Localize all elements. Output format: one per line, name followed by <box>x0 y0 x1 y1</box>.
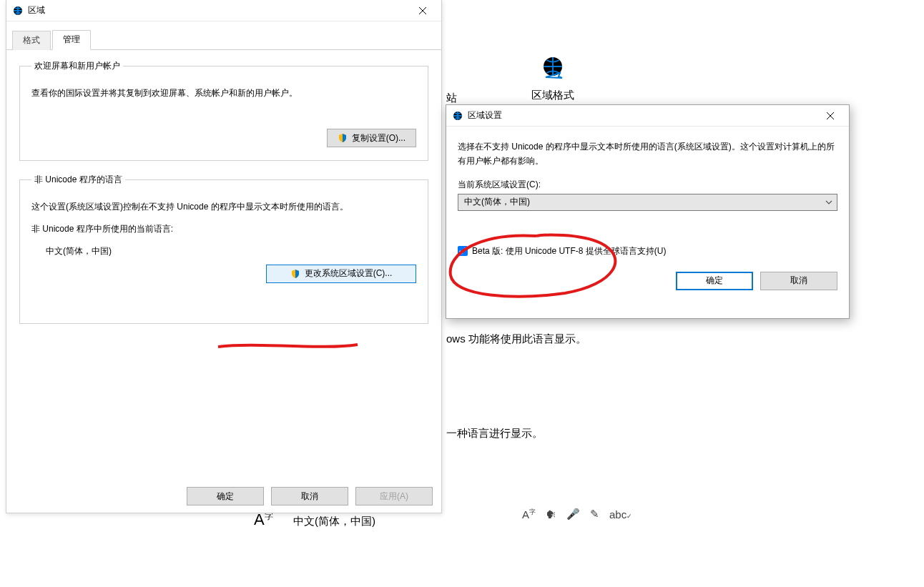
settings-body: 选择在不支持 Unicode 的程序中显示文本时所使用的语言(系统区域设置)。这… <box>446 127 849 299</box>
settings-close-button[interactable] <box>815 106 846 126</box>
locale-combobox-value: 中文(简体，中国) <box>464 196 530 208</box>
shield-icon <box>338 133 348 143</box>
copy-settings-label: 复制设置(O)... <box>352 132 406 144</box>
bg-text-windows-lang: ows 功能将使用此语言显示。 <box>446 332 586 346</box>
region-dialog-titlebar: 区域 <box>6 0 441 21</box>
settings-desc: 选择在不支持 Unicode 的程序中显示文本时所使用的语言(系统区域设置)。这… <box>458 139 837 169</box>
utf8-checkbox-row: Beta 版: 使用 Unicode UTF-8 提供全球语言支持(U) <box>458 245 837 257</box>
chevron-down-icon <box>825 199 832 206</box>
shield-icon <box>290 269 300 279</box>
current-lang-value: 中文(简体，中国) <box>46 245 416 257</box>
non-unicode-group: 非 Unicode 程序的语言 这个设置(系统区域设置)控制在不支持 Unico… <box>19 174 428 324</box>
welcome-group: 欢迎屏幕和新用户帐户 查看你的国际设置并将其复制到欢迎屏幕、系统帐户和新的用户帐… <box>19 60 428 161</box>
tab-admin-body: 欢迎屏幕和新用户帐户 查看你的国际设置并将其复制到欢迎屏幕、系统帐户和新的用户帐… <box>6 50 441 476</box>
tab-admin[interactable]: 管理 <box>52 30 91 50</box>
close-button[interactable] <box>407 1 438 21</box>
bg-text-another-lang: 一种语言进行显示。 <box>446 427 543 440</box>
handwriting-icon: ✎ <box>590 508 599 521</box>
settings-ok-button[interactable]: 确定 <box>676 272 753 290</box>
settings-dialog-titlebar: 区域设置 <box>446 105 849 127</box>
combo-label: 当前系统区域设置(C): <box>458 179 837 191</box>
region-format-shortcut[interactable]: 区域格式 <box>531 54 574 102</box>
dialog-button-row: 确定 取消 应用(A) <box>187 487 433 505</box>
settings-dialog-title: 区域设置 <box>468 109 815 122</box>
bg-label-fragment: 站 <box>446 92 457 105</box>
non-unicode-desc: 这个设置(系统区域设置)控制在不支持 Unicode 的程序中显示文本时所使用的… <box>31 200 416 214</box>
close-icon <box>827 112 834 119</box>
globe-icon <box>539 54 567 82</box>
utf8-checkbox-label: Beta 版: 使用 Unicode UTF-8 提供全球语言支持(U) <box>472 245 666 257</box>
region-format-label: 区域格式 <box>531 89 574 102</box>
non-unicode-legend: 非 Unicode 程序的语言 <box>31 174 125 186</box>
apply-button: 应用(A) <box>355 487 433 505</box>
mic-icon: 🎤 <box>566 508 580 521</box>
welcome-legend: 欢迎屏幕和新用户帐户 <box>31 60 123 72</box>
region-dialog: 区域 格式 管理 欢迎屏幕和新用户帐户 查看你的国际设置并将其复制到欢迎屏幕、系… <box>6 0 442 513</box>
welcome-desc: 查看你的国际设置并将其复制到欢迎屏幕、系统帐户和新的用户帐户。 <box>31 87 416 100</box>
cancel-button[interactable]: 取消 <box>271 487 348 505</box>
bg-lang-display: 中文(简体，中国) <box>293 515 375 528</box>
ok-button[interactable]: 确定 <box>187 487 264 505</box>
text-to-speech-icon: A字 <box>522 508 536 521</box>
locale-combobox[interactable]: 中文(简体，中国) <box>458 194 837 211</box>
globe-icon <box>452 110 463 122</box>
tab-formats[interactable]: 格式 <box>12 31 51 50</box>
change-system-locale-button[interactable]: 更改系统区域设置(C)... <box>266 265 416 283</box>
speech-icon: 🗣 <box>546 508 556 521</box>
close-icon <box>419 7 426 14</box>
globe-icon <box>12 5 24 16</box>
current-lang-label: 非 Unicode 程序中所使用的当前语言: <box>31 222 416 236</box>
tabs: 格式 管理 <box>6 21 441 50</box>
utf8-checkbox[interactable] <box>458 246 468 256</box>
spellcheck-icon: abc✓ <box>609 508 632 521</box>
copy-settings-button[interactable]: 复制设置(O)... <box>327 129 416 147</box>
settings-button-row: 确定 取消 <box>458 272 837 290</box>
change-system-locale-label: 更改系统区域设置(C)... <box>305 267 393 280</box>
region-settings-dialog: 区域设置 选择在不支持 Unicode 的程序中显示文本时所使用的语言(系统区域… <box>446 104 850 319</box>
settings-cancel-button[interactable]: 取消 <box>760 272 837 290</box>
lang-feature-icons: A字 🗣 🎤 ✎ abc✓ <box>522 508 632 521</box>
dialog-title: 区域 <box>28 4 407 16</box>
